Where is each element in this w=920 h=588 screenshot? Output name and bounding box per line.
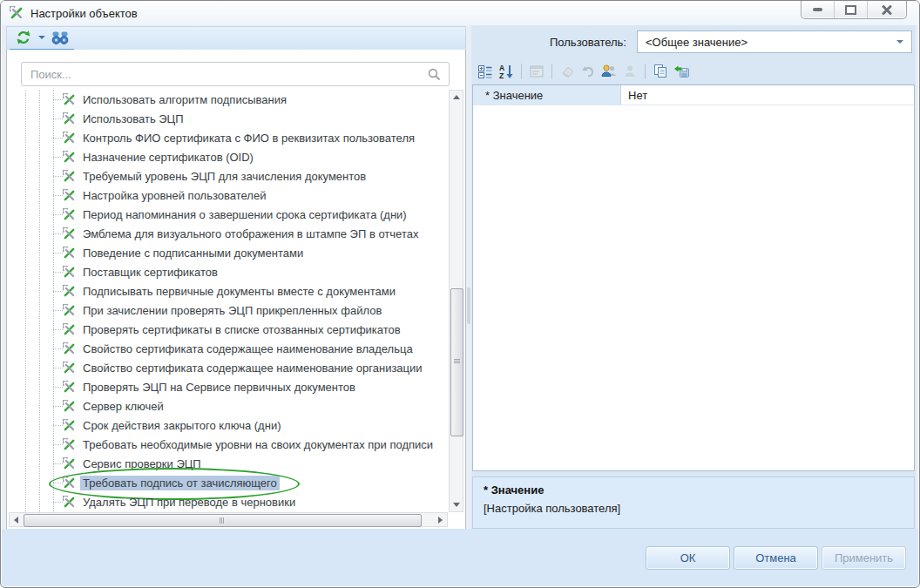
tree-item[interactable]: Срок действия закрытого ключа (дни)	[9, 416, 448, 435]
wrench-screwdriver-icon	[63, 362, 76, 375]
search-input[interactable]	[22, 68, 427, 81]
tree-item[interactable]: Эмблема для визуального отображения в шт…	[9, 224, 448, 243]
toolbar-separator	[521, 64, 522, 79]
categorized-button[interactable]	[476, 62, 495, 80]
tree-item[interactable]: Сервер ключей	[9, 396, 448, 416]
find-button[interactable]	[51, 29, 70, 46]
horizontal-scrollbar-thumb[interactable]	[24, 514, 422, 527]
tree-item[interactable]: Требовать необходимые уровни на своих до…	[9, 435, 448, 454]
property-pages-button	[527, 62, 546, 80]
tree-item-label: Подписывать первичные документы вместе с…	[80, 284, 398, 299]
tree-item[interactable]: Подписывать первичные документы вместе с…	[9, 281, 448, 301]
tree-item[interactable]: Свойство сертификата содержащее наименов…	[9, 339, 448, 358]
import-settings-button[interactable]	[672, 62, 691, 80]
tree-item-label: Поведение с подписанными документами	[80, 246, 306, 260]
tree-item[interactable]: Настройка уровней пользователей	[9, 186, 448, 205]
wrench-screwdriver-icon	[63, 438, 76, 451]
user-dropdown-value: <Общее значение>	[646, 36, 748, 49]
tree-item-label: Использовать алгоритм подписывания	[80, 92, 289, 107]
splitter-grip	[467, 287, 470, 324]
clear-value-button	[558, 62, 577, 80]
title-bar[interactable]: Настройки объектов	[1, 1, 919, 25]
copy-icon	[653, 64, 668, 79]
vertical-scrollbar[interactable]	[449, 90, 463, 512]
ok-button[interactable]: ОК	[646, 546, 730, 570]
user-dropdown[interactable]: <Общее значение>	[637, 30, 912, 53]
scroll-down-button[interactable]	[450, 498, 463, 511]
maximize-button[interactable]	[835, 1, 868, 18]
horizontal-scrollbar[interactable]	[9, 512, 448, 527]
copy-button[interactable]	[651, 62, 670, 80]
tree-item-label: Требовать необходимые уровни на своих до…	[80, 437, 436, 452]
property-grid: * Значение Нет	[472, 84, 915, 471]
wrench-screwdriver-icon	[63, 496, 76, 509]
tree-item-label: Настройка уровней пользователей	[80, 188, 268, 203]
tree-item[interactable]: Проверять ЭЦП на Сервисе первичных докум…	[9, 377, 448, 396]
refresh-button[interactable]	[14, 29, 33, 46]
wrench-screwdriver-icon	[63, 323, 76, 336]
tree-item[interactable]: Контроль ФИО сертификата с ФИО в реквизи…	[9, 128, 448, 147]
wrench-screwdriver-icon	[63, 189, 76, 202]
tree-item[interactable]: Период напоминания о завершении срока се…	[9, 205, 448, 224]
tree-item-label: Использовать ЭЦП	[80, 112, 186, 126]
tree-item[interactable]: Использовать алгоритм подписывания	[9, 90, 448, 109]
user-label: Пользователь:	[550, 36, 626, 49]
close-icon	[882, 5, 892, 15]
refresh-icon	[16, 30, 31, 45]
scroll-up-button[interactable]	[450, 91, 463, 104]
set-for-users-button[interactable]	[599, 62, 619, 80]
tree-item[interactable]: Свойство сертификата содержащее наименов…	[9, 358, 448, 377]
tree-item-label: Эмблема для визуального отображения в шт…	[80, 226, 421, 241]
sort-az-icon: A Z	[498, 64, 514, 79]
tree-item-label: Проверять сертификаты в списке отозванны…	[80, 322, 403, 337]
tree-item[interactable]: Поставщик сертификатов	[9, 262, 448, 281]
property-row[interactable]: * Значение Нет	[473, 85, 914, 105]
value-panel: Пользователь: <Общее значение>	[471, 25, 916, 530]
description-text: [Настройка пользователя]	[484, 502, 903, 515]
property-pages-icon	[529, 64, 545, 79]
left-toolbar	[6, 26, 466, 51]
wrench-screwdriver-icon	[63, 93, 76, 106]
undo-icon	[580, 64, 596, 79]
thumb-grip-icon	[220, 517, 224, 524]
tree: Использовать алгоритм подписывания Испол…	[9, 90, 448, 512]
arrow-left-icon	[14, 517, 18, 524]
tree-item[interactable]: Требуемый уровень ЭЦП для зачисления док…	[9, 166, 448, 186]
wrench-screwdriver-icon	[63, 132, 76, 145]
tree-item-label: При зачислении проверять ЭЦП прикрепленн…	[80, 303, 384, 318]
tree-item[interactable]: При зачислении проверять ЭЦП прикрепленн…	[9, 301, 448, 320]
left-toolbar-group	[10, 27, 74, 51]
tree-item[interactable]: Удалять ЭЦП при переводе в черновики	[9, 492, 448, 511]
tree-item-label: Требовать подпись от зачисляющего	[80, 476, 280, 490]
users-icon	[600, 64, 618, 79]
import-settings-icon	[673, 64, 690, 79]
tree-item-label: Свойство сертификата содержащее наименов…	[80, 361, 425, 375]
tree-item[interactable]: Назначение сертификатов (OID)	[9, 147, 448, 166]
settings-dialog-window: Настройки объектов	[0, 0, 920, 588]
tree-item[interactable]: Проверять сертификаты в списке отозванны…	[9, 320, 448, 339]
scroll-right-button[interactable]	[434, 513, 447, 526]
tree-container: Использовать алгоритм подписывания Испол…	[6, 50, 466, 530]
user-bar: Пользователь: <Общее значение>	[471, 25, 916, 58]
refresh-dropdown-button[interactable]	[37, 29, 47, 46]
wrench-screwdriver-icon	[63, 208, 76, 221]
tree-item[interactable]: Использовать ЭЦП	[9, 109, 448, 128]
sort-az-button[interactable]: A Z	[497, 62, 516, 80]
tree-item-label: Назначение сертификатов (OID)	[80, 150, 256, 165]
close-button[interactable]	[868, 1, 906, 18]
set-for-user-button	[620, 62, 639, 80]
cancel-button[interactable]: Отмена	[734, 546, 818, 570]
tree-item[interactable]: Поведение с подписанными документами	[9, 243, 448, 262]
eraser-icon	[559, 64, 575, 79]
minimize-button[interactable]	[802, 1, 835, 18]
vertical-scrollbar-thumb[interactable]	[450, 288, 463, 436]
search-box	[21, 62, 450, 86]
scroll-left-button[interactable]	[10, 513, 23, 526]
toolbar-separator	[551, 64, 552, 79]
window-title: Настройки объектов	[30, 7, 138, 20]
property-value-cell[interactable]: Нет	[621, 85, 914, 105]
tree-item-label: Сервер ключей	[80, 399, 166, 414]
arrow-right-icon	[438, 517, 443, 524]
tree-item[interactable]: Требовать подпись от зачисляющего	[9, 473, 448, 492]
tree-item[interactable]: Сервис проверки ЭЦП	[9, 454, 448, 473]
